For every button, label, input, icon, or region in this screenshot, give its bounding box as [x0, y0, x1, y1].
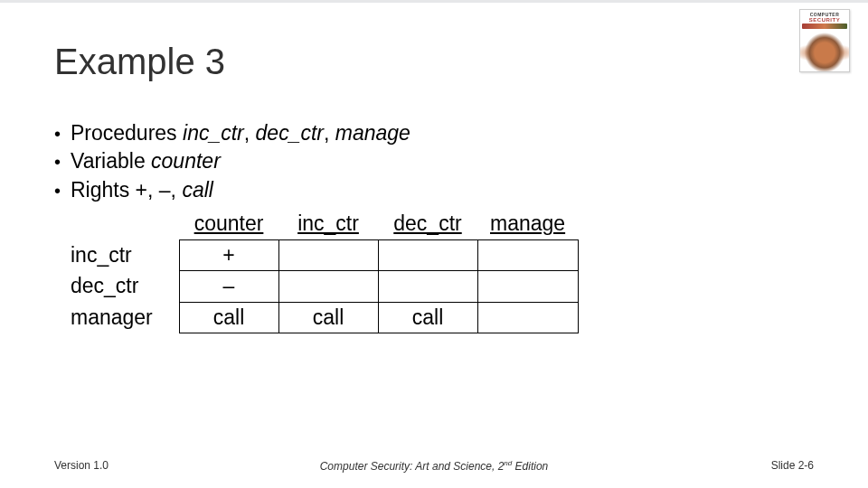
- table-corner-cell: [71, 209, 179, 239]
- bullet-dot-icon: [54, 148, 71, 174]
- book-title-line2: SECURITY: [800, 17, 849, 23]
- cell: –: [179, 271, 278, 302]
- bullet-text: Rights +, –, call: [71, 177, 814, 203]
- bullet-procedures: Procedures inc_ctr, dec_ctr, manage: [54, 120, 814, 146]
- sep: ,: [324, 121, 335, 145]
- bullet-dot-icon: [54, 177, 71, 203]
- table-row: manager call call call: [71, 302, 578, 333]
- cell: [378, 271, 477, 302]
- cell: [278, 239, 378, 270]
- book-moth-graphic: [800, 30, 849, 71]
- italic-term: manage: [335, 121, 410, 145]
- cell: call: [278, 302, 378, 333]
- row-header-manager: manager: [71, 302, 179, 333]
- cell: [378, 239, 477, 270]
- col-header-inc-ctr: inc_ctr: [278, 209, 378, 239]
- cell: [477, 239, 578, 270]
- cell: [477, 302, 578, 333]
- table-header-row: counter inc_ctr dec_ctr manage: [71, 209, 578, 239]
- access-matrix-table: counter inc_ctr dec_ctr manage inc_ctr +…: [71, 209, 579, 333]
- footer-citation-sup: nd: [504, 459, 512, 467]
- footer-citation-pre: Computer Security: Art and Science, 2: [320, 460, 505, 473]
- book-cover-thumbnail: COMPUTER SECURITY: [799, 9, 850, 72]
- slide-title: Example 3: [54, 42, 814, 82]
- cell: [477, 271, 578, 302]
- footer-slide-number: Slide 2-6: [771, 459, 814, 472]
- bullet-prefix: Rights: [71, 178, 136, 202]
- cell: [278, 271, 378, 302]
- cell: call: [378, 302, 477, 333]
- rights-symbols: +, –,: [136, 178, 183, 202]
- slide-content: Procedures inc_ctr, dec_ctr, manage Vari…: [54, 120, 814, 333]
- row-header-inc-ctr: inc_ctr: [71, 239, 179, 270]
- row-header-dec-ctr: dec_ctr: [71, 271, 179, 302]
- bullet-text: Variable counter: [71, 148, 814, 174]
- italic-term: call: [182, 178, 213, 202]
- book-accent-bar: [802, 23, 847, 29]
- cell: +: [179, 239, 278, 270]
- bullet-dot-icon: [54, 120, 71, 146]
- bullet-variable: Variable counter: [54, 148, 814, 174]
- col-header-manage: manage: [477, 209, 578, 239]
- slide: COMPUTER SECURITY Example 3 Procedures i…: [0, 0, 868, 488]
- col-header-dec-ctr: dec_ctr: [378, 209, 477, 239]
- col-header-counter: counter: [179, 209, 278, 239]
- bullet-prefix: Variable: [71, 149, 151, 173]
- slide-footer: Version 1.0 Computer Security: Art and S…: [54, 459, 814, 472]
- footer-citation: Computer Security: Art and Science, 2nd …: [320, 459, 549, 473]
- italic-term: inc_ctr: [183, 121, 244, 145]
- italic-term: dec_ctr: [256, 121, 324, 145]
- footer-citation-post: Edition: [512, 460, 548, 473]
- bullet-text: Procedures inc_ctr, dec_ctr, manage: [71, 120, 814, 146]
- footer-version: Version 1.0: [54, 459, 108, 472]
- top-stripe: [0, 0, 868, 3]
- bullet-prefix: Procedures: [71, 121, 183, 145]
- table-row: inc_ctr +: [71, 239, 578, 270]
- book-title-line1: COMPUTER: [800, 10, 849, 17]
- cell: call: [179, 302, 278, 333]
- sep: ,: [244, 121, 256, 145]
- bullet-rights: Rights +, –, call: [54, 177, 814, 203]
- italic-term: counter: [151, 149, 221, 173]
- table-row: dec_ctr –: [71, 271, 578, 302]
